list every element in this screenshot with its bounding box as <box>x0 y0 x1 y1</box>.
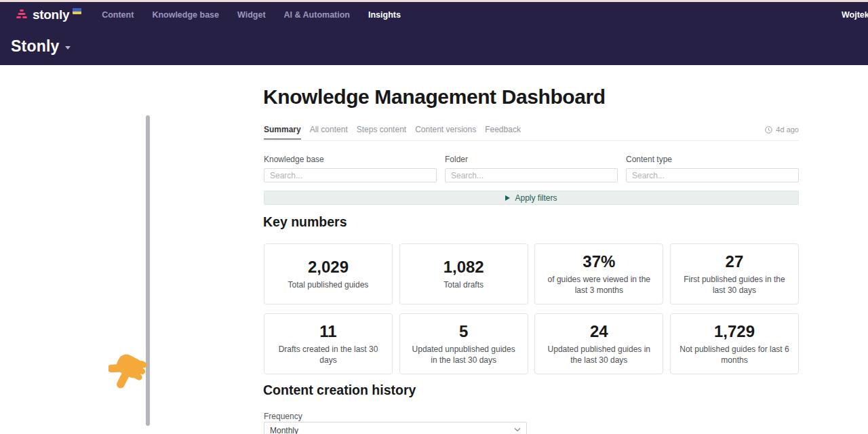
last-updated-text: 4d ago <box>776 125 799 134</box>
chevron-down-icon <box>65 46 71 50</box>
key-numbers-heading: Key numbers <box>263 214 347 230</box>
top-accent-line <box>0 0 868 2</box>
last-updated: 4d ago <box>765 125 799 134</box>
apply-filters-button[interactable]: Apply filters <box>264 191 799 205</box>
tab-feedback[interactable]: Feedback <box>485 125 521 140</box>
top-nav: stonly Content Knowledge base Widget AI … <box>0 2 868 28</box>
filter-bar: Knowledge base Folder Content type <box>264 155 799 182</box>
dashboard-tabs: Summary All content Steps content Conten… <box>264 125 799 141</box>
apply-filters-label: Apply filters <box>515 193 557 203</box>
stat-card-viewed-percentage: 37% of guides were viewed in the last 3 … <box>534 243 663 304</box>
tab-content-versions[interactable]: Content versions <box>415 125 476 140</box>
stat-value: 5 <box>459 322 468 341</box>
stat-card-updated-published: 24 Updated published guides in the last … <box>534 313 663 374</box>
knowledge-base-search-input[interactable] <box>264 168 437 182</box>
stat-card-total-published-guides: 2,029 Total published guides <box>264 243 393 304</box>
stonly-logo[interactable]: stonly <box>15 7 81 22</box>
stat-value: 24 <box>590 322 608 341</box>
key-numbers-cards: 2,029 Total published guides 1,082 Total… <box>264 243 799 374</box>
stat-card-drafts-created: 11 Drafts created in the last 30 days <box>264 313 393 374</box>
frequency-value: Monthly <box>264 426 298 434</box>
stat-label: Not published guides for last 6 months <box>679 344 790 366</box>
stat-label: Total published guides <box>288 280 369 291</box>
stat-card-updated-unpublished: 5 Updated unpublished guides in the last… <box>399 313 528 374</box>
page-title: Knowledge Management Dashboard <box>263 85 606 108</box>
stat-card-not-published: 1,729 Not published guides for last 6 mo… <box>670 313 799 374</box>
insights-sidebar <box>0 65 152 434</box>
stat-label: of guides were viewed in the last 3 mont… <box>543 275 654 296</box>
stat-label: Drafts created in the last 30 days <box>273 344 384 366</box>
user-menu[interactable]: Wojtek B <box>842 10 868 20</box>
ukraine-flag-icon <box>73 8 81 14</box>
chevron-down-icon <box>514 427 521 432</box>
nav-item-content[interactable]: Content <box>102 10 134 20</box>
filter-folder: Folder <box>445 155 618 182</box>
workspace-selector[interactable]: Stonly <box>11 37 71 56</box>
stat-card-first-published: 27 First published guides in the last 30… <box>670 243 799 304</box>
filter-knowledge-base: Knowledge base <box>264 155 437 182</box>
filter-label: Knowledge base <box>264 155 437 164</box>
stat-card-total-drafts: 1,082 Total drafts <box>399 243 528 304</box>
brand-wordmark: stonly <box>33 7 69 22</box>
workspace-name: Stonly <box>11 37 59 56</box>
sidebar-scrollbar[interactable] <box>146 115 150 426</box>
content-type-search-input[interactable] <box>626 168 799 182</box>
stat-label: Updated unpublished guides in the last 3… <box>408 344 519 366</box>
stat-value: 11 <box>319 322 336 341</box>
nav-item-knowledge-base[interactable]: Knowledge base <box>152 10 219 20</box>
stat-label: Updated published guides in the last 30 … <box>543 344 654 366</box>
nav-item-insights[interactable]: Insights <box>368 10 401 20</box>
app-header: stonly Content Knowledge base Widget AI … <box>0 2 868 65</box>
filter-label: Folder <box>445 155 618 164</box>
content-history-heading: Content creation history <box>263 382 416 398</box>
stat-label: Total drafts <box>443 280 484 291</box>
play-triangle-icon <box>505 195 510 201</box>
stat-value: 37% <box>583 252 615 271</box>
stat-value: 1,729 <box>714 322 755 341</box>
tab-summary[interactable]: Summary <box>264 125 301 140</box>
frequency-select[interactable]: Monthly <box>264 422 527 434</box>
tab-all-content[interactable]: All content <box>310 125 348 140</box>
nav-item-widget[interactable]: Widget <box>237 10 266 20</box>
stat-value: 1,082 <box>443 258 484 277</box>
stat-value: 2,029 <box>308 258 349 277</box>
stonly-logo-icon <box>15 7 28 21</box>
filter-content-type: Content type <box>626 155 799 182</box>
top-nav-menu: Content Knowledge base Widget AI & Autom… <box>102 10 401 20</box>
frequency-label: Frequency <box>264 412 302 421</box>
tab-steps-content[interactable]: Steps content <box>357 125 406 140</box>
clock-icon <box>765 126 772 134</box>
stat-label: First published guides in the last 30 da… <box>679 275 790 296</box>
nav-item-ai-automation[interactable]: AI & Automation <box>284 10 350 20</box>
filter-label: Content type <box>626 155 799 164</box>
stat-value: 27 <box>726 252 744 271</box>
folder-search-input[interactable] <box>445 168 618 182</box>
